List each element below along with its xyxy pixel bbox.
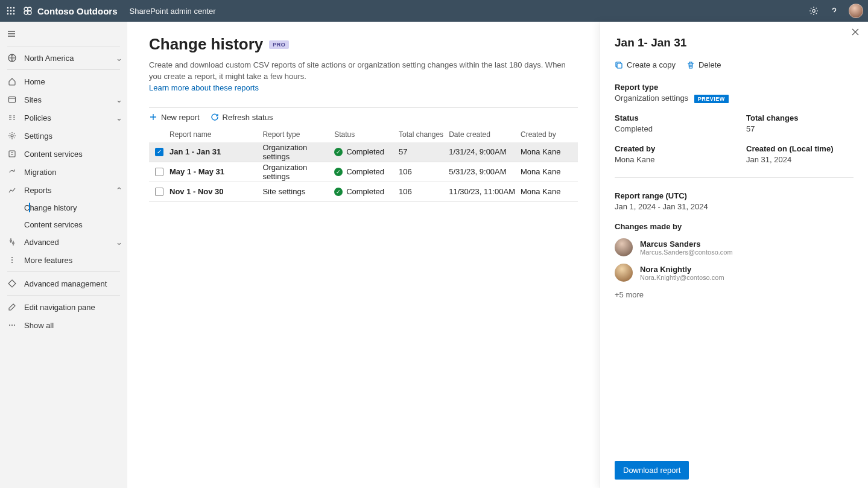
svg-point-21 bbox=[11, 259, 13, 261]
more-vertical-icon bbox=[7, 255, 17, 265]
settings-gear-icon[interactable] bbox=[808, 5, 820, 17]
gear-icon bbox=[7, 131, 17, 141]
sidebar-collapse-button[interactable] bbox=[0, 24, 127, 43]
row-checkbox[interactable] bbox=[155, 148, 163, 156]
sidebar-subitem-content-services[interactable]: Content services bbox=[17, 216, 127, 233]
svg-point-11 bbox=[24, 11, 28, 14]
app-subtitle: SharePoint admin center bbox=[129, 7, 215, 16]
svg-rect-26 bbox=[617, 63, 622, 68]
content-services-icon bbox=[7, 149, 17, 159]
sidebar-item-more-features[interactable]: More features bbox=[0, 251, 127, 269]
sidebar-item-migration[interactable]: Migration bbox=[0, 163, 127, 181]
brand-name: Contoso Outdoors bbox=[37, 6, 117, 16]
table-row[interactable]: Jan 1 - Jan 31Organization settings✓Comp… bbox=[149, 142, 578, 162]
more-people-link[interactable]: +5 more bbox=[615, 290, 854, 299]
panel-title: Jan 1- Jan 31 bbox=[615, 36, 854, 49]
copy-icon bbox=[615, 61, 623, 69]
cell-date-created: 11/30/23, 11:00AM bbox=[449, 187, 521, 196]
cell-total-changes: 57 bbox=[399, 147, 449, 156]
svg-point-7 bbox=[10, 13, 12, 15]
field-created-by-value: Mona Kane bbox=[615, 155, 722, 164]
field-status-value: Completed bbox=[615, 124, 722, 133]
sidebar-item-show-all[interactable]: Show all bbox=[0, 316, 127, 334]
table-row[interactable]: May 1 - May 31Organization settings✓Comp… bbox=[149, 162, 578, 182]
person-name: Marcus Sanders bbox=[640, 239, 733, 249]
person-email: Marcus.Sanders@contoso.com bbox=[640, 249, 733, 256]
svg-point-5 bbox=[13, 10, 15, 12]
sidebar-item-advanced[interactable]: Advanced ⌄ bbox=[0, 233, 127, 251]
field-created-by-label: Created by bbox=[615, 144, 722, 153]
col-date-created[interactable]: Date created bbox=[449, 130, 521, 139]
svg-point-18 bbox=[10, 240, 12, 242]
more-horizontal-icon bbox=[7, 320, 17, 330]
download-report-button[interactable]: Download report bbox=[615, 461, 689, 480]
details-panel: Jan 1- Jan 31 Create a copy Delete Repor… bbox=[600, 22, 868, 488]
svg-point-9 bbox=[24, 7, 28, 11]
field-created-on-label: Created on (Local time) bbox=[746, 144, 854, 153]
sidebar-item-policies[interactable]: Policies ⌄ bbox=[0, 109, 127, 127]
sidebar-item-home[interactable]: Home bbox=[0, 72, 127, 90]
svg-point-13 bbox=[813, 10, 816, 13]
page-title: Change history bbox=[149, 35, 263, 54]
sidebar-subitem-change-history[interactable]: Change history bbox=[17, 199, 127, 216]
col-report-type[interactable]: Report type bbox=[262, 130, 334, 139]
command-bar: New report Refresh status bbox=[149, 107, 578, 127]
main-content: Change history PRO Create and download c… bbox=[127, 22, 600, 488]
edit-icon bbox=[7, 302, 17, 312]
help-icon[interactable] bbox=[828, 5, 840, 17]
waffle-icon[interactable] bbox=[5, 5, 17, 17]
field-created-on-value: Jan 31, 2024 bbox=[746, 155, 854, 164]
table-row[interactable]: Nov 1 - Nov 30Site settings✓Completed106… bbox=[149, 182, 578, 202]
svg-point-6 bbox=[7, 13, 9, 15]
col-created-by[interactable]: Created by bbox=[521, 130, 578, 139]
user-avatar[interactable] bbox=[849, 4, 863, 18]
field-total-value: 57 bbox=[746, 124, 854, 133]
delete-button[interactable]: Delete bbox=[686, 60, 721, 69]
cell-status: ✓Completed bbox=[334, 167, 399, 176]
col-status[interactable]: Status bbox=[334, 130, 399, 139]
svg-rect-15 bbox=[9, 97, 16, 103]
svg-point-4 bbox=[10, 10, 12, 12]
sidebar-item-settings[interactable]: Settings bbox=[0, 127, 127, 145]
row-checkbox[interactable] bbox=[155, 188, 163, 196]
create-copy-button[interactable]: Create a copy bbox=[615, 60, 676, 69]
status-completed-icon: ✓ bbox=[334, 168, 343, 176]
svg-point-22 bbox=[11, 262, 13, 263]
chevron-down-icon: ⌄ bbox=[116, 95, 122, 104]
trash-icon bbox=[686, 61, 695, 69]
chevron-up-icon: ⌃ bbox=[116, 186, 122, 195]
refresh-status-button[interactable]: Refresh status bbox=[211, 113, 273, 122]
svg-point-12 bbox=[28, 11, 31, 14]
close-panel-button[interactable] bbox=[851, 28, 860, 36]
brand[interactable]: Contoso Outdoors bbox=[23, 6, 117, 16]
reports-table: Report name Report type Status Total cha… bbox=[149, 127, 578, 202]
sidebar-item-reports[interactable]: Reports ⌃ bbox=[0, 181, 127, 199]
svg-point-19 bbox=[13, 242, 14, 244]
cell-report-name: Jan 1 - Jan 31 bbox=[169, 147, 262, 156]
svg-point-1 bbox=[10, 7, 12, 9]
cell-total-changes: 106 bbox=[399, 167, 449, 176]
sidebar-item-edit-nav[interactable]: Edit navigation pane bbox=[0, 298, 127, 316]
plus-icon bbox=[149, 113, 157, 121]
person-row: Nora Knightly Nora.Knightly@contoso.com bbox=[615, 264, 854, 282]
col-report-name[interactable]: Report name bbox=[169, 130, 262, 139]
page-description: Create and download custom CSV reports o… bbox=[149, 60, 578, 94]
cell-created-by: Mona Kane bbox=[521, 167, 578, 176]
sidebar-item-content-services[interactable]: Content services bbox=[0, 145, 127, 163]
sidebar-item-sites[interactable]: Sites ⌄ bbox=[0, 90, 127, 109]
field-report-type-value: Organization settings PREVIEW bbox=[615, 93, 854, 103]
row-checkbox[interactable] bbox=[155, 168, 163, 176]
new-report-button[interactable]: New report bbox=[149, 113, 200, 122]
chevron-down-icon: ⌄ bbox=[116, 113, 122, 122]
refresh-icon bbox=[211, 113, 219, 121]
col-total-changes[interactable]: Total changes bbox=[399, 130, 449, 139]
pro-badge: PRO bbox=[269, 40, 289, 49]
preview-badge: PREVIEW bbox=[694, 95, 729, 103]
learn-more-link[interactable]: Learn more about these reports bbox=[149, 83, 259, 92]
person-avatar bbox=[615, 238, 633, 256]
sidebar-item-advanced-management[interactable]: Advanced management bbox=[0, 274, 127, 293]
sidebar-region[interactable]: North America ⌄ bbox=[0, 49, 127, 67]
brand-logo-icon bbox=[23, 6, 33, 16]
diamond-icon bbox=[7, 279, 17, 288]
svg-point-16 bbox=[11, 135, 13, 137]
